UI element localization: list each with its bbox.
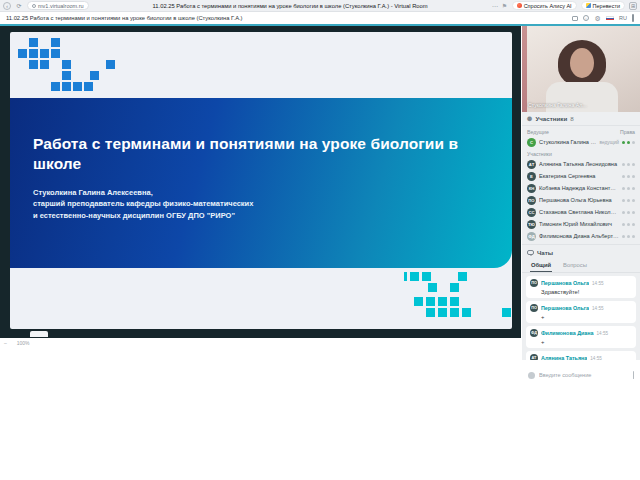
participant-row[interactable]: ПО Першанова Ольга Юрьевна (522, 194, 640, 206)
avatar: Е (527, 172, 536, 181)
avatar: СС (527, 208, 536, 217)
translate-icon (586, 3, 591, 8)
site-security-icon (32, 4, 36, 8)
bookmark-icon[interactable]: ⚑ (502, 3, 508, 9)
avatar: АТ (530, 354, 538, 360)
avatar: ФД (530, 329, 538, 337)
extensions-icon[interactable]: ⊞ (629, 2, 637, 10)
members-section: Участники (522, 148, 640, 158)
window-title: 11.02.25 Работа с терминами и понятиями … (93, 3, 488, 9)
chat-message: АТ Алянина Татьяна 14:55 + (526, 351, 636, 360)
avatar: ПО (530, 304, 538, 312)
zoom-level: 100% (17, 340, 30, 346)
back-icon[interactable]: ‹ (3, 2, 11, 10)
avatar: С (527, 138, 536, 147)
chat-icon (527, 250, 534, 255)
panel-toggle-icon[interactable] (632, 14, 634, 22)
slide: Работа с терминами и понятиями на уроке … (10, 32, 512, 329)
avatar: ПО (527, 196, 536, 205)
tab-general[interactable]: Общий (530, 260, 552, 272)
participant-row[interactable]: КН Кобзева Надежда Константинов... (522, 182, 640, 194)
chat-message: ПО Першанова Ольга 14:55 Здравствуйте! (526, 276, 636, 298)
avatar: ПО (530, 279, 538, 287)
moderator-row[interactable]: С Стуколкина Галина Ал... ведущий (522, 136, 640, 148)
browser-toolbar: ‹ ⟳ mv1.virtualroom.ru 11.02.25 Работа с… (0, 0, 640, 12)
mosaic-decoration-bottom (395, 272, 404, 281)
mosaic-decoration-top (18, 38, 27, 47)
alice-icon (517, 3, 522, 8)
participant-row[interactable]: СС Стаханова Светлана Николаевна (522, 206, 640, 218)
chat-message-input[interactable] (539, 372, 629, 378)
participant-row[interactable]: ФД Филимонова Диана Альбертовна (522, 230, 640, 242)
mic-on-icon[interactable] (622, 141, 625, 144)
ask-alice-button[interactable]: Спросить Алису AI (512, 1, 577, 10)
more-icon[interactable] (632, 141, 635, 144)
chats-header[interactable]: Чаты (522, 244, 640, 258)
zoom-out-icon[interactable]: – (4, 340, 7, 346)
room-title: 11.02.25 Работа с терминами и понятиями … (6, 15, 567, 21)
refresh-icon[interactable]: ⟳ (15, 2, 23, 10)
chat-input-row (522, 368, 640, 382)
avatar: ТЮ (527, 220, 536, 229)
participants-icon: ⚉ (527, 116, 532, 122)
participants-header[interactable]: ⚉ Участники 8 (522, 112, 640, 126)
participants-count: 8 (570, 115, 573, 122)
url-text: mv1.virtualroom.ru (38, 3, 84, 9)
attach-icon[interactable] (633, 371, 635, 379)
translate-button[interactable]: Перевести (581, 1, 625, 10)
participant-row[interactable]: Е Екатерина Сергеевна (522, 170, 640, 182)
virtual-room-window: ‹ ⟳ mv1.virtualroom.ru 11.02.25 Работа с… (0, 0, 640, 480)
emoji-icon[interactable] (528, 372, 535, 379)
slide-author: Стуколкина Галина Алексеевна, старший пр… (33, 187, 472, 222)
tab-questions[interactable]: Вопросы (562, 260, 588, 272)
url-bar[interactable]: mv1.virtualroom.ru (27, 1, 89, 10)
share-screen-icon[interactable] (572, 16, 578, 21)
ru-flag-icon[interactable] (606, 16, 614, 21)
sidebar: Стуколкина Галина Ал... ⚉ Участники 8 Ве… (522, 26, 640, 360)
slide-title: Работа с терминами и понятиями на уроке … (33, 134, 472, 174)
more-menu-icon[interactable]: ⋯ (492, 2, 498, 9)
chat-message: ПО Першанова Ольга 14:55 + (526, 301, 636, 323)
room-header: 11.02.25 Работа с терминами и понятиями … (0, 12, 640, 24)
settings-gear-icon[interactable]: ⚙ (594, 15, 601, 22)
avatar: ФД (527, 232, 536, 241)
avatar: АТ (527, 160, 536, 169)
participant-row[interactable]: ТЮ Тимонин Юрий Михайлович (522, 218, 640, 230)
webcam-tile[interactable]: Стуколкина Галина Ал... (522, 26, 640, 112)
moderators-section: Ведущие Права (522, 126, 640, 136)
chat-message: ФД Филимонова Диана 14:55 + (526, 326, 636, 348)
language-label[interactable]: RU (619, 15, 627, 21)
video-background (522, 26, 527, 112)
participant-row[interactable]: АТ Алянина Татьяна Леонидовна (522, 158, 640, 170)
avatar: КН (527, 184, 536, 193)
info-icon[interactable]: i (583, 15, 589, 21)
chat-tabs: Общий Вопросы (522, 258, 640, 273)
zoom-control[interactable]: – 100% (4, 340, 30, 346)
presentation-stage: Работа с терминами и понятиями на уроке … (0, 26, 521, 338)
slide-title-panel: Работа с терминами и понятиями на уроке … (10, 98, 512, 268)
rights-label: Права (620, 129, 635, 135)
stage-toolbar-handle[interactable] (30, 331, 48, 337)
camera-on-icon[interactable] (627, 141, 630, 144)
video-speaker-name: Стуколкина Галина Ал... (528, 102, 587, 108)
